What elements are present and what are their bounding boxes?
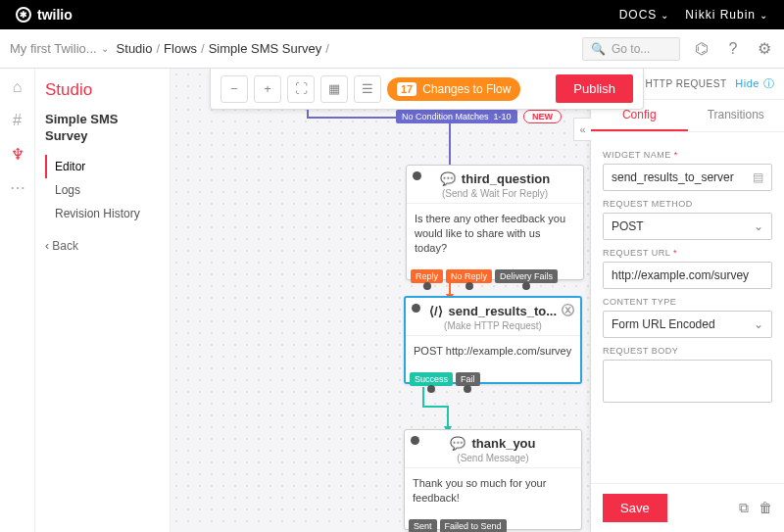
tab-transitions[interactable]: Transitions: [688, 100, 785, 131]
flow-name: Simple SMS Survey: [45, 112, 160, 145]
transition-sent[interactable]: Sent: [409, 519, 437, 532]
input-widget-name[interactable]: send_results_to_server▤: [603, 164, 772, 191]
brand-text: twilio: [37, 7, 73, 23]
label-body: REQUEST BODY: [603, 346, 772, 356]
publish-button[interactable]: Publish: [556, 74, 633, 103]
search-input[interactable]: 🔍 Go to...: [582, 37, 680, 61]
chevron-down-icon: ⌄: [760, 10, 768, 21]
project-selector[interactable]: My first Twilio... ⌄: [10, 41, 109, 56]
save-button[interactable]: Save: [603, 494, 667, 522]
layout-button[interactable]: ☰: [354, 75, 381, 103]
breadcrumb: Studio/ Flows/ Simple SMS Survey/: [117, 41, 329, 56]
inspector-panel: « ‹ MAKE HTTP REQUEST Hide ⓘ Config Tran…: [590, 69, 784, 532]
widget-third-question[interactable]: 💬 third_question (Send & Wait For Reply)…: [406, 165, 584, 280]
left-rail: ⌂ # ♆ ⋯: [0, 69, 35, 532]
docs-link[interactable]: DOCS ⌄: [619, 8, 670, 22]
crumb[interactable]: Studio: [117, 41, 153, 56]
close-icon[interactable]: ⓧ: [562, 302, 574, 319]
studio-flow-icon[interactable]: ♆: [7, 143, 28, 165]
chevron-down-icon: ⌄: [101, 43, 109, 54]
textarea-body[interactable]: [603, 360, 772, 403]
hash-icon[interactable]: #: [7, 110, 28, 131]
crumb[interactable]: Flows: [164, 41, 197, 56]
grid-button[interactable]: ▦: [320, 75, 348, 103]
duplicate-icon[interactable]: ⧉: [739, 500, 749, 516]
input-url[interactable]: http://example.com/survey: [603, 262, 772, 289]
search-icon: 🔍: [591, 42, 606, 56]
nav-logs[interactable]: Logs: [45, 178, 160, 202]
zoom-out-button[interactable]: −: [220, 75, 248, 103]
more-icon[interactable]: ⋯: [7, 176, 28, 198]
help-circle-icon: ⓘ: [763, 77, 775, 89]
label-content-type: CONTENT TYPE: [603, 297, 772, 307]
condition-chip[interactable]: No Condition Matches 1-10: [396, 110, 517, 123]
flow-canvas[interactable]: − + ⛶ ▦ ☰ 17 Changes to Flow Publish No …: [171, 69, 784, 532]
transition-success[interactable]: Success: [410, 372, 453, 386]
input-port-icon[interactable]: [412, 304, 420, 313]
widget-send-results[interactable]: ⟨/⟩ send_results_to... ⓧ (Make HTTP Requ…: [404, 296, 582, 384]
breadcrumb-bar: My first Twilio... ⌄ Studio/ Flows/ Simp…: [0, 29, 784, 69]
canvas-toolbar: − + ⛶ ▦ ☰ 17 Changes to Flow Publish: [210, 69, 644, 110]
user-menu[interactable]: Nikki Rubin ⌄: [685, 8, 768, 22]
home-icon[interactable]: ⌂: [7, 76, 28, 98]
input-port-icon[interactable]: [411, 436, 419, 445]
transition-fail[interactable]: Fail: [456, 372, 480, 386]
nav-revision-history[interactable]: Revision History: [45, 202, 160, 225]
chevron-down-icon: ⌄: [661, 10, 669, 21]
side-nav: Studio Simple SMS Survey Editor Logs Rev…: [35, 69, 171, 532]
select-method[interactable]: POST: [603, 213, 772, 240]
zoom-in-button[interactable]: +: [254, 75, 281, 103]
help-icon[interactable]: ?: [723, 39, 743, 59]
transition-failed-to-send[interactable]: Failed to Send: [440, 519, 507, 532]
debug-icon[interactable]: ⌬: [692, 39, 711, 59]
new-chip[interactable]: NEW: [523, 110, 562, 123]
trash-icon[interactable]: 🗑: [759, 500, 772, 516]
transition-reply[interactable]: Reply: [411, 269, 443, 283]
transition-no-reply[interactable]: No Reply: [446, 269, 492, 283]
fit-screen-button[interactable]: ⛶: [287, 75, 315, 103]
brand[interactable]: ✱ twilio: [16, 7, 73, 23]
code-icon: ⟨/⟩: [429, 304, 443, 318]
label-method: REQUEST METHOD: [603, 199, 772, 209]
top-bar: ✱ twilio DOCS ⌄ Nikki Rubin ⌄: [0, 0, 784, 29]
back-link[interactable]: ‹ Back: [45, 239, 160, 253]
select-content-type[interactable]: Form URL Encoded: [603, 311, 772, 338]
changes-pill[interactable]: 17 Changes to Flow: [387, 77, 520, 101]
collapse-panel-button[interactable]: «: [573, 118, 591, 141]
widget-thank-you[interactable]: 💬 thank_you (Send Message) Thank you so …: [404, 429, 582, 530]
label-widget-name: WIDGET NAME *: [603, 150, 772, 160]
expand-icon[interactable]: ▤: [753, 170, 763, 184]
input-port-icon[interactable]: [413, 171, 421, 180]
nav-editor[interactable]: Editor: [45, 155, 160, 178]
twilio-logo-icon: ✱: [16, 7, 31, 23]
product-title: Studio: [45, 80, 160, 100]
crumb[interactable]: Simple SMS Survey: [209, 41, 322, 56]
transition-delivery-fails[interactable]: Delivery Fails: [495, 269, 558, 283]
label-url: REQUEST URL *: [603, 248, 772, 258]
chat-icon: 💬: [440, 171, 456, 186]
settings-gear-icon[interactable]: ⚙: [755, 39, 774, 59]
chat-icon: 💬: [450, 436, 466, 451]
hide-link[interactable]: Hide ⓘ: [735, 76, 774, 91]
